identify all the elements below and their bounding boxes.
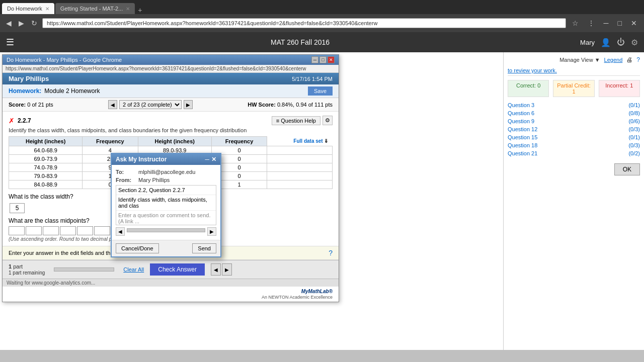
q1-answer-input[interactable] — [10, 203, 25, 213]
hw-close-btn[interactable]: ✕ — [328, 56, 335, 63]
midpoint-input-2[interactable] — [26, 226, 42, 235]
ami-title-bar: Ask My Instructor ─ ✕ — [112, 154, 220, 165]
print-icon[interactable]: 🖨 — [626, 56, 632, 63]
hw-title-bar: Do Homework - Mary Phillips - Google Chr… — [3, 55, 339, 65]
list-item[interactable]: Question 9(0/6) — [508, 117, 640, 125]
hamburger-menu[interactable]: ☰ — [6, 37, 14, 48]
hw-restore-btn[interactable]: □ — [319, 56, 327, 63]
hw-window-title: Do Homework - Mary Phillips - Google Chr… — [7, 57, 122, 63]
ami-scroll-left-btn[interactable]: ◀ — [116, 227, 125, 236]
save-button[interactable]: Save — [308, 86, 333, 96]
wrong-icon: ✗ — [9, 117, 15, 125]
minimize-browser-icon[interactable]: ─ — [601, 18, 612, 28]
ami-send-button[interactable]: Send — [192, 243, 216, 253]
ami-cancel-button[interactable]: Cancel/Done — [116, 243, 159, 253]
ami-scroll-area: Section 2.2, Question 2.2.7 Identify cla… — [116, 185, 216, 225]
hw-datetime: 5/17/16 1:54 PM — [292, 76, 333, 82]
score-label: Score: 0 of 21 pts — [9, 102, 53, 108]
list-item[interactable]: Question 6(0/8) — [508, 109, 640, 117]
homework-name: Module 2 Homework — [44, 87, 100, 95]
homework-label: Homework: — [9, 87, 41, 95]
question-list: Question 3(0/1) Question 6(0/8) Question… — [508, 101, 640, 157]
list-item[interactable]: Question 12(0/3) — [508, 125, 640, 133]
midpoint-input-3[interactable] — [43, 226, 59, 235]
hw-user-name: Mary Phillips — [9, 75, 49, 82]
correct-score: Correct: 0 — [508, 80, 549, 97]
ami-scroll-right-btn[interactable]: ▶ — [207, 227, 216, 236]
tab-getting-started[interactable]: Getting Started - MAT-2... ✕ — [55, 3, 135, 14]
close-browser-icon[interactable]: ✕ — [628, 18, 640, 28]
midpoint-input-5[interactable] — [77, 226, 93, 235]
check-answer-button[interactable]: Check Answer — [150, 263, 205, 276]
maximize-browser-icon[interactable]: □ — [615, 18, 625, 28]
list-item[interactable]: Question 3(0/1) — [508, 101, 640, 109]
help-sidebar-icon[interactable]: ? — [636, 56, 640, 63]
reload-button[interactable]: ↻ — [29, 18, 39, 28]
new-tab-button[interactable]: + — [138, 6, 142, 14]
list-item[interactable]: Question 18(0/3) — [508, 141, 640, 149]
power-icon[interactable]: ⏻ — [617, 38, 625, 47]
question-number: 2.2.7 — [18, 117, 31, 124]
ok-button[interactable]: OK — [614, 163, 640, 175]
midpoint-input-6[interactable] — [94, 226, 110, 235]
question-mark-icon: ≡ — [276, 118, 279, 124]
status-bar: Waiting for www.google-analytics.com... — [3, 279, 339, 287]
app-title: MAT 260 Fall 2016 — [20, 38, 580, 46]
list-item[interactable]: Question 21(0/2) — [508, 149, 640, 157]
user-name: Mary — [580, 39, 595, 46]
ami-desc-text: Identify class width, class midpoints, a… — [116, 195, 216, 211]
address-bar[interactable] — [42, 18, 566, 28]
sidebar: Manage View ▼ Legend 🖨 ? to review your … — [503, 52, 644, 350]
help-icon[interactable]: ? — [329, 249, 333, 257]
prev-arrow-btn[interactable]: ◀ — [211, 263, 221, 276]
ami-scrollbar — [127, 228, 205, 232]
ami-subject-text: Section 2.2, Question 2.2.7 — [116, 186, 216, 195]
list-item[interactable]: Question 15(0/1) — [508, 133, 640, 141]
tab-close-1[interactable]: ✕ — [45, 6, 49, 12]
tab-homework[interactable]: Do Homework ✕ — [2, 3, 54, 14]
part-info: 1 part1 part remaining — [9, 263, 45, 276]
incorrect-score: Incorrect: 1 — [599, 80, 640, 97]
ask-instructor-dialog: Ask My Instructor ─ ✕ To: mlphilli@pacol… — [111, 153, 221, 257]
mymathlab-logo: MyMathLab® An NEWTON Academic Excellence — [3, 287, 339, 302]
question-select[interactable]: 2 of 23 (2 complete) — [119, 100, 182, 109]
ami-from-label: From: — [116, 177, 138, 183]
ami-close-btn[interactable]: ✕ — [211, 156, 216, 163]
settings-app-icon[interactable]: ⚙ — [631, 38, 638, 47]
forward-button[interactable]: ▶ — [17, 18, 26, 28]
ami-comment-text: Enter a question or comment to send. (A … — [116, 211, 216, 225]
next-question-btn[interactable]: ▶ — [184, 100, 193, 109]
ami-title-label: Ask My Instructor — [116, 156, 167, 163]
ami-minimize-btn[interactable]: ─ — [205, 156, 209, 163]
back-button[interactable]: ◀ — [4, 18, 14, 28]
ami-to-value: mlphilli@pacollege.edu — [138, 169, 216, 175]
prev-question-btn[interactable]: ◀ — [108, 100, 117, 109]
hw-url-bar: https://www.mathxl.com/Student/PlayerHom… — [3, 65, 339, 73]
tab-homework-label: Do Homework — [7, 6, 42, 12]
question-description: Identify the class width, class midpoint… — [9, 127, 333, 133]
midpoint-input-1[interactable] — [9, 226, 25, 235]
clear-all-button[interactable]: Clear All — [123, 266, 144, 273]
settings-icon[interactable]: ⋮ — [585, 18, 598, 28]
tab-close-2[interactable]: ✕ — [126, 6, 130, 12]
ami-from-value: Mary Phillips — [138, 177, 216, 183]
question-help-btn[interactable]: ≡ Question Help — [272, 116, 320, 125]
question-settings-btn[interactable]: ⚙ — [323, 116, 333, 125]
bookmark-icon[interactable]: ☆ — [569, 18, 582, 28]
midpoint-input-4[interactable] — [60, 226, 76, 235]
hw-minimize-btn[interactable]: ─ — [311, 56, 318, 63]
review-link[interactable]: to review your work. — [508, 67, 640, 73]
progress-bar — [54, 267, 114, 272]
tab-getting-started-label: Getting Started - MAT-2... — [60, 6, 123, 12]
manage-view-btn[interactable]: Manage View ▼ — [559, 57, 600, 63]
person-icon: 👤 — [601, 38, 611, 47]
question-nav: ◀ 2 of 23 (2 complete) ▶ — [108, 100, 193, 109]
ami-footer: Cancel/Done Send — [112, 240, 220, 256]
ami-to-label: To: — [116, 169, 138, 175]
legend-link[interactable]: Legend — [604, 57, 623, 63]
hw-score-value: HW Score: 0.84%, 0.94 of 111 pts — [248, 102, 333, 108]
next-arrow-btn[interactable]: ▶ — [222, 263, 232, 276]
partial-score: Partial Credit: 1 — [553, 80, 594, 97]
